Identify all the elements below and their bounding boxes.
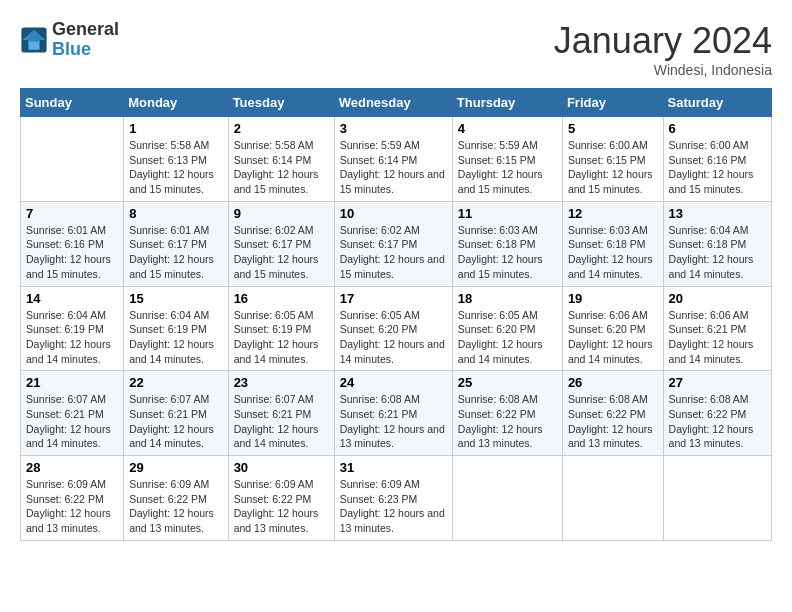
calendar-cell: 6Sunrise: 6:00 AMSunset: 6:16 PMDaylight… xyxy=(663,117,771,202)
day-number: 13 xyxy=(669,206,766,221)
logo-line1: General xyxy=(52,20,119,40)
calendar-cell: 4Sunrise: 5:59 AMSunset: 6:15 PMDaylight… xyxy=(452,117,562,202)
day-info: Sunrise: 6:05 AMSunset: 6:20 PMDaylight:… xyxy=(458,308,557,367)
day-info: Sunrise: 6:06 AMSunset: 6:20 PMDaylight:… xyxy=(568,308,658,367)
title-area: January 2024 Windesi, Indonesia xyxy=(554,20,772,78)
day-number: 1 xyxy=(129,121,222,136)
month-title: January 2024 xyxy=(554,20,772,62)
page-header: General Blue January 2024 Windesi, Indon… xyxy=(20,20,772,78)
day-number: 28 xyxy=(26,460,118,475)
day-info: Sunrise: 6:07 AMSunset: 6:21 PMDaylight:… xyxy=(234,392,329,451)
logo-line2: Blue xyxy=(52,40,119,60)
calendar-cell: 9Sunrise: 6:02 AMSunset: 6:17 PMDaylight… xyxy=(228,201,334,286)
day-number: 18 xyxy=(458,291,557,306)
logo-text: General Blue xyxy=(52,20,119,60)
day-number: 25 xyxy=(458,375,557,390)
calendar-cell: 22Sunrise: 6:07 AMSunset: 6:21 PMDayligh… xyxy=(124,371,228,456)
calendar-cell: 24Sunrise: 6:08 AMSunset: 6:21 PMDayligh… xyxy=(334,371,452,456)
day-number: 20 xyxy=(669,291,766,306)
day-number: 3 xyxy=(340,121,447,136)
calendar-cell: 7Sunrise: 6:01 AMSunset: 6:16 PMDaylight… xyxy=(21,201,124,286)
day-info: Sunrise: 6:08 AMSunset: 6:22 PMDaylight:… xyxy=(458,392,557,451)
calendar-cell: 21Sunrise: 6:07 AMSunset: 6:21 PMDayligh… xyxy=(21,371,124,456)
weekday-header-saturday: Saturday xyxy=(663,89,771,117)
day-number: 10 xyxy=(340,206,447,221)
calendar-cell xyxy=(452,456,562,541)
calendar-cell: 20Sunrise: 6:06 AMSunset: 6:21 PMDayligh… xyxy=(663,286,771,371)
calendar-week-row: 28Sunrise: 6:09 AMSunset: 6:22 PMDayligh… xyxy=(21,456,772,541)
day-number: 30 xyxy=(234,460,329,475)
day-info: Sunrise: 6:04 AMSunset: 6:19 PMDaylight:… xyxy=(129,308,222,367)
day-number: 29 xyxy=(129,460,222,475)
calendar-cell: 18Sunrise: 6:05 AMSunset: 6:20 PMDayligh… xyxy=(452,286,562,371)
weekday-header-sunday: Sunday xyxy=(21,89,124,117)
day-number: 21 xyxy=(26,375,118,390)
calendar-table: SundayMondayTuesdayWednesdayThursdayFrid… xyxy=(20,88,772,541)
calendar-cell xyxy=(562,456,663,541)
weekday-header-friday: Friday xyxy=(562,89,663,117)
day-info: Sunrise: 5:58 AMSunset: 6:14 PMDaylight:… xyxy=(234,138,329,197)
weekday-header-wednesday: Wednesday xyxy=(334,89,452,117)
calendar-cell: 27Sunrise: 6:08 AMSunset: 6:22 PMDayligh… xyxy=(663,371,771,456)
calendar-cell: 30Sunrise: 6:09 AMSunset: 6:22 PMDayligh… xyxy=(228,456,334,541)
calendar-week-row: 1Sunrise: 5:58 AMSunset: 6:13 PMDaylight… xyxy=(21,117,772,202)
weekday-header-thursday: Thursday xyxy=(452,89,562,117)
day-number: 26 xyxy=(568,375,658,390)
day-info: Sunrise: 6:07 AMSunset: 6:21 PMDaylight:… xyxy=(26,392,118,451)
day-info: Sunrise: 6:04 AMSunset: 6:18 PMDaylight:… xyxy=(669,223,766,282)
day-info: Sunrise: 6:08 AMSunset: 6:22 PMDaylight:… xyxy=(568,392,658,451)
day-info: Sunrise: 6:05 AMSunset: 6:19 PMDaylight:… xyxy=(234,308,329,367)
day-number: 11 xyxy=(458,206,557,221)
day-number: 5 xyxy=(568,121,658,136)
calendar-cell: 23Sunrise: 6:07 AMSunset: 6:21 PMDayligh… xyxy=(228,371,334,456)
day-number: 8 xyxy=(129,206,222,221)
day-info: Sunrise: 6:07 AMSunset: 6:21 PMDaylight:… xyxy=(129,392,222,451)
calendar-cell: 10Sunrise: 6:02 AMSunset: 6:17 PMDayligh… xyxy=(334,201,452,286)
day-info: Sunrise: 6:09 AMSunset: 6:23 PMDaylight:… xyxy=(340,477,447,536)
day-info: Sunrise: 6:08 AMSunset: 6:22 PMDaylight:… xyxy=(669,392,766,451)
calendar-cell: 3Sunrise: 5:59 AMSunset: 6:14 PMDaylight… xyxy=(334,117,452,202)
calendar-week-row: 7Sunrise: 6:01 AMSunset: 6:16 PMDaylight… xyxy=(21,201,772,286)
day-number: 31 xyxy=(340,460,447,475)
day-info: Sunrise: 6:02 AMSunset: 6:17 PMDaylight:… xyxy=(340,223,447,282)
day-info: Sunrise: 6:09 AMSunset: 6:22 PMDaylight:… xyxy=(26,477,118,536)
calendar-cell: 17Sunrise: 6:05 AMSunset: 6:20 PMDayligh… xyxy=(334,286,452,371)
day-number: 6 xyxy=(669,121,766,136)
logo: General Blue xyxy=(20,20,119,60)
calendar-cell: 8Sunrise: 6:01 AMSunset: 6:17 PMDaylight… xyxy=(124,201,228,286)
day-info: Sunrise: 6:00 AMSunset: 6:15 PMDaylight:… xyxy=(568,138,658,197)
calendar-cell xyxy=(663,456,771,541)
calendar-cell: 13Sunrise: 6:04 AMSunset: 6:18 PMDayligh… xyxy=(663,201,771,286)
logo-icon xyxy=(20,26,48,54)
day-number: 2 xyxy=(234,121,329,136)
day-number: 19 xyxy=(568,291,658,306)
day-info: Sunrise: 6:04 AMSunset: 6:19 PMDaylight:… xyxy=(26,308,118,367)
calendar-cell: 31Sunrise: 6:09 AMSunset: 6:23 PMDayligh… xyxy=(334,456,452,541)
day-info: Sunrise: 6:00 AMSunset: 6:16 PMDaylight:… xyxy=(669,138,766,197)
day-number: 27 xyxy=(669,375,766,390)
calendar-cell: 5Sunrise: 6:00 AMSunset: 6:15 PMDaylight… xyxy=(562,117,663,202)
day-info: Sunrise: 6:08 AMSunset: 6:21 PMDaylight:… xyxy=(340,392,447,451)
day-number: 17 xyxy=(340,291,447,306)
day-info: Sunrise: 5:58 AMSunset: 6:13 PMDaylight:… xyxy=(129,138,222,197)
weekday-header-row: SundayMondayTuesdayWednesdayThursdayFrid… xyxy=(21,89,772,117)
day-info: Sunrise: 6:02 AMSunset: 6:17 PMDaylight:… xyxy=(234,223,329,282)
calendar-cell: 15Sunrise: 6:04 AMSunset: 6:19 PMDayligh… xyxy=(124,286,228,371)
day-number: 9 xyxy=(234,206,329,221)
calendar-cell: 14Sunrise: 6:04 AMSunset: 6:19 PMDayligh… xyxy=(21,286,124,371)
calendar-cell: 25Sunrise: 6:08 AMSunset: 6:22 PMDayligh… xyxy=(452,371,562,456)
day-info: Sunrise: 6:09 AMSunset: 6:22 PMDaylight:… xyxy=(129,477,222,536)
calendar-cell: 28Sunrise: 6:09 AMSunset: 6:22 PMDayligh… xyxy=(21,456,124,541)
weekday-header-monday: Monday xyxy=(124,89,228,117)
day-number: 14 xyxy=(26,291,118,306)
calendar-cell: 2Sunrise: 5:58 AMSunset: 6:14 PMDaylight… xyxy=(228,117,334,202)
calendar-cell: 16Sunrise: 6:05 AMSunset: 6:19 PMDayligh… xyxy=(228,286,334,371)
location: Windesi, Indonesia xyxy=(554,62,772,78)
calendar-cell xyxy=(21,117,124,202)
calendar-cell: 19Sunrise: 6:06 AMSunset: 6:20 PMDayligh… xyxy=(562,286,663,371)
day-number: 16 xyxy=(234,291,329,306)
day-info: Sunrise: 6:01 AMSunset: 6:17 PMDaylight:… xyxy=(129,223,222,282)
day-info: Sunrise: 6:03 AMSunset: 6:18 PMDaylight:… xyxy=(568,223,658,282)
day-number: 15 xyxy=(129,291,222,306)
day-info: Sunrise: 5:59 AMSunset: 6:15 PMDaylight:… xyxy=(458,138,557,197)
